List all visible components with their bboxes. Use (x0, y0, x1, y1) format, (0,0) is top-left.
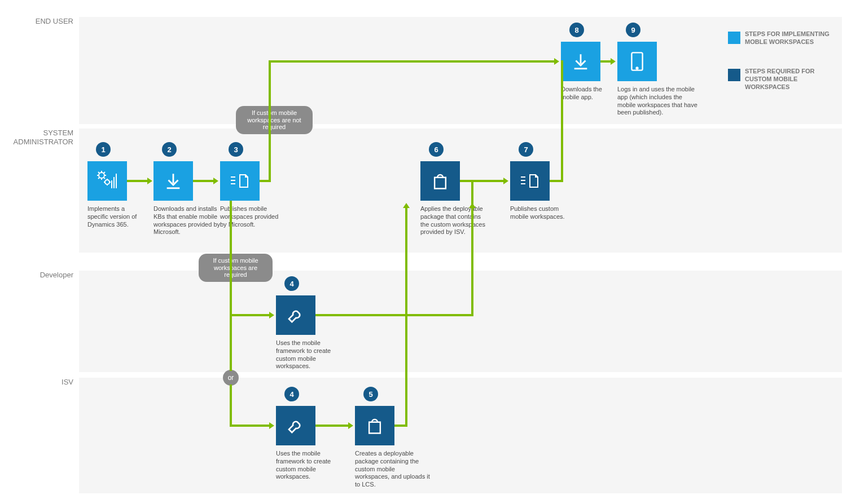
lane-label-sysadmin: SYSTEMADMINISTRATOR (6, 129, 73, 146)
decision-not-required: If custom mobile workspaces are not requ… (236, 106, 313, 134)
connector (405, 314, 407, 427)
step-8-desc: Downloads the mobile app. (561, 86, 612, 101)
step-3-box (220, 161, 260, 201)
connector (471, 180, 473, 207)
arrow-icon (269, 312, 274, 319)
step-6-box (420, 161, 460, 201)
connector (193, 180, 214, 182)
step-4b-badge: 4 (284, 387, 299, 401)
step-8-box (561, 42, 600, 81)
arrow-icon (611, 58, 616, 65)
diagram-canvas: END USER SYSTEMADMINISTRATOR Developer I… (0, 0, 860, 504)
step-1-desc: Implements a specific version of Dynamic… (87, 205, 144, 228)
legend-label-implement: STEPS FOR IMPLEMENTING MOBLE WORKSPACES (745, 30, 841, 46)
step-3-badge: 3 (229, 142, 243, 157)
step-5-desc: Creates a deployable package containing … (355, 450, 431, 489)
step-6-badge: 6 (429, 142, 444, 157)
connector (550, 180, 562, 182)
legend-label-custom: STEPS REQUIRED FOR CUSTOM MOBILE WORKSPA… (745, 68, 841, 91)
arrow-icon (503, 178, 508, 184)
wrench-icon (287, 306, 305, 324)
lane-label-isv: ISV (6, 378, 73, 387)
step-9-desc: Logs in and uses the mobile app (which i… (617, 86, 702, 117)
step-4a-badge: 4 (284, 276, 299, 291)
connector (600, 60, 612, 63)
lane-isv (79, 378, 842, 493)
arrow-icon (554, 58, 559, 65)
legend-swatch-custom (728, 69, 740, 81)
connector (561, 60, 563, 182)
connector (405, 207, 407, 316)
connector (471, 207, 473, 316)
wrench-icon (287, 417, 305, 435)
arrow-icon (147, 178, 152, 184)
step-6-desc: Applies the deployable package that cont… (420, 205, 488, 236)
connector (230, 425, 270, 427)
lane-developer (79, 271, 842, 372)
arrow-icon (348, 422, 353, 429)
step-4b-box (276, 406, 315, 445)
shopping-bag-icon (366, 417, 383, 435)
svg-point-3 (637, 68, 638, 69)
legend-swatch-implement (728, 32, 740, 44)
connector (269, 60, 271, 182)
step-7-badge: 7 (519, 142, 533, 157)
connector (394, 425, 406, 427)
connector (127, 180, 148, 182)
arrow-icon (213, 178, 218, 184)
lane-label-developer: Developer (6, 271, 73, 280)
step-7-box (510, 161, 550, 201)
publish-doc-icon (520, 171, 540, 191)
connector (230, 384, 232, 426)
step-1-box (87, 161, 127, 201)
svg-point-0 (99, 173, 104, 178)
step-9-badge: 9 (626, 23, 640, 37)
connector (230, 201, 232, 371)
download-icon (164, 171, 183, 191)
gears-bars-icon (95, 169, 120, 193)
mobile-icon (630, 51, 644, 72)
step-5-badge: 5 (363, 387, 378, 401)
download-icon (571, 52, 590, 71)
step-9-box (617, 42, 657, 81)
decision-required: If custom mobile workspaces are required (199, 254, 273, 282)
lane-label-end-user: END USER (6, 17, 73, 26)
connector (460, 180, 473, 182)
step-4a-box (276, 295, 315, 335)
publish-doc-icon (230, 171, 250, 191)
decision-or: or (223, 370, 239, 386)
connector (230, 314, 270, 316)
step-2-badge: 2 (162, 142, 177, 157)
connector (269, 60, 555, 63)
connector (315, 314, 473, 316)
step-5-box (355, 406, 394, 445)
step-4b-desc: Uses the mobile framework to create cust… (276, 450, 349, 481)
arrow-icon (403, 203, 410, 208)
step-8-badge: 8 (569, 23, 584, 37)
svg-point-1 (105, 180, 109, 184)
step-2-desc: Downloads and installs KBs that enable m… (153, 205, 220, 236)
step-7-desc: Publishes custom mobile workspaces. (510, 205, 567, 221)
connector (315, 425, 349, 427)
step-4a-desc: Uses the mobile framework to create cust… (276, 339, 349, 370)
shopping-bag-icon (432, 172, 449, 190)
arrow-icon (269, 422, 274, 429)
step-1-badge: 1 (96, 142, 111, 157)
step-2-box (153, 161, 193, 201)
